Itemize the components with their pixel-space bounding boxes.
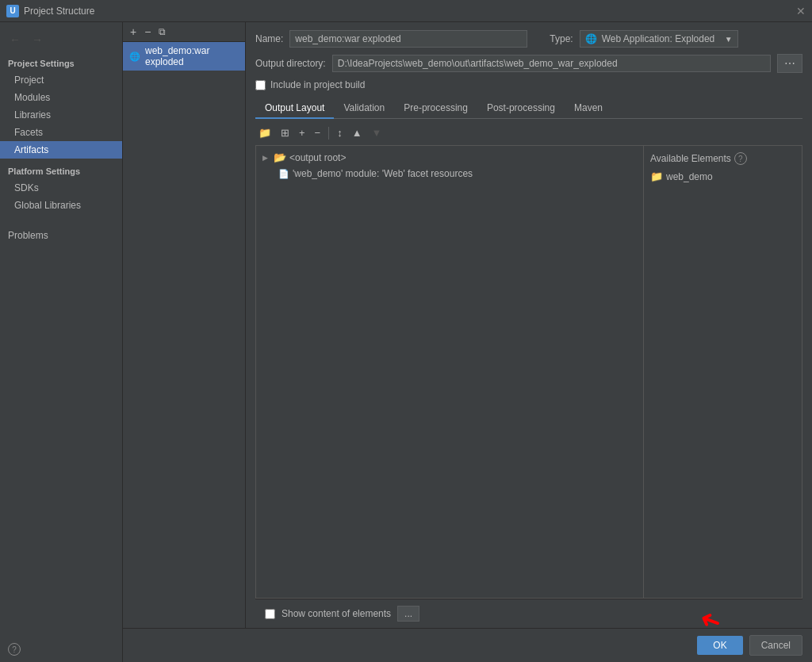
available-item-label: web_demo bbox=[666, 171, 713, 182]
layout-btn-sort[interactable]: ↕ bbox=[334, 125, 346, 140]
layout-toolbar: 📁 ⊞ + − ↕ ▲ ▼ bbox=[255, 125, 802, 140]
project-settings-header: Project Settings bbox=[0, 54, 122, 71]
layout-btn-add[interactable]: + bbox=[296, 125, 308, 140]
name-input[interactable] bbox=[289, 30, 527, 48]
bottom-bar: Show content of elements ... bbox=[255, 599, 802, 628]
tab-pre-processing[interactable]: Pre-processing bbox=[394, 98, 477, 119]
output-root-label: <output root> bbox=[289, 152, 346, 163]
tab-output-layout[interactable]: Output Layout bbox=[255, 98, 334, 119]
output-root-icon: 📂 bbox=[274, 151, 286, 163]
sidebar-item-global-libraries[interactable]: Global Libraries bbox=[0, 197, 122, 214]
type-dropdown-icon: 🌐 bbox=[585, 33, 597, 44]
artifact-list-panel: + − ⧉ 🌐 web_demo:war exploded bbox=[123, 22, 246, 628]
include-build-label[interactable]: Include in project build bbox=[270, 79, 365, 90]
tree-item-output-root[interactable]: ▶ 📂 <output root> bbox=[256, 149, 643, 166]
sidebar-item-problems[interactable]: Problems bbox=[0, 227, 122, 244]
available-elements-help-icon[interactable]: ? bbox=[734, 152, 747, 165]
artifact-content-area: Name: Type: 🌐 Web Application: Exploded … bbox=[246, 22, 812, 628]
title-bar: U Project Structure ✕ bbox=[0, 0, 812, 22]
ok-button[interactable]: OK bbox=[697, 636, 742, 655]
forward-button[interactable]: → bbox=[29, 32, 46, 48]
back-button[interactable]: ← bbox=[6, 32, 24, 48]
type-dropdown-value: Web Application: Exploded bbox=[602, 33, 715, 44]
remove-artifact-button[interactable]: − bbox=[142, 25, 153, 38]
include-build-row: Include in project build bbox=[255, 79, 802, 90]
artifact-list-item[interactable]: 🌐 web_demo:war exploded bbox=[123, 42, 245, 71]
layout-btn-remove[interactable]: − bbox=[312, 125, 324, 140]
layout-split: ▶ 📂 <output root> 📄 'web_demo' module: '… bbox=[255, 145, 802, 599]
output-dir-label: Output directory: bbox=[255, 58, 326, 69]
cancel-button[interactable]: Cancel bbox=[749, 635, 802, 656]
type-label: Type: bbox=[550, 33, 573, 44]
tab-validation[interactable]: Validation bbox=[334, 98, 394, 119]
type-dropdown-arrow-icon: ▼ bbox=[725, 35, 733, 44]
available-elements-label: Available Elements bbox=[650, 153, 731, 164]
name-type-row: Name: Type: 🌐 Web Application: Exploded … bbox=[255, 30, 802, 48]
artifact-list-toolbar: + − ⧉ bbox=[123, 22, 245, 42]
show-content-checkbox[interactable] bbox=[265, 609, 275, 619]
sidebar-item-artifacts[interactable]: Artifacts bbox=[0, 141, 122, 159]
web-module-icon: 📄 bbox=[278, 169, 289, 179]
ellipsis-button[interactable]: ... bbox=[397, 606, 419, 622]
copy-artifact-button[interactable]: ⧉ bbox=[156, 26, 168, 37]
available-folder-icon: 📁 bbox=[650, 170, 663, 182]
close-button[interactable]: ✕ bbox=[796, 5, 806, 17]
include-build-checkbox[interactable] bbox=[255, 80, 266, 90]
sidebar-item-libraries[interactable]: Libraries bbox=[0, 106, 122, 124]
nav-toolbar: ← → bbox=[0, 29, 122, 54]
available-elements-panel: Available Elements ? 📁 web_demo bbox=[644, 145, 802, 599]
add-artifact-button[interactable]: + bbox=[128, 25, 139, 38]
artifact-list-item-label: web_demo:war exploded bbox=[145, 45, 239, 67]
layout-separator bbox=[328, 127, 329, 140]
window-title: Project Structure bbox=[24, 6, 94, 17]
sidebar-item-modules[interactable]: Modules bbox=[0, 89, 122, 106]
name-label: Name: bbox=[255, 33, 283, 44]
available-elements-header: Available Elements ? bbox=[644, 149, 802, 168]
tabs-row: Output Layout Validation Pre-processing … bbox=[255, 98, 802, 119]
tree-item-web-module[interactable]: 📄 'web_demo' module: 'Web' facet resourc… bbox=[256, 166, 643, 182]
tab-post-processing[interactable]: Post-processing bbox=[477, 98, 565, 119]
output-dir-browse-button[interactable]: ⋯ bbox=[777, 54, 802, 73]
dialog-footer: OK Cancel bbox=[123, 628, 812, 662]
layout-btn-folder[interactable]: 📁 bbox=[255, 125, 274, 140]
layout-btn-down[interactable]: ▼ bbox=[369, 125, 385, 140]
web-module-label: 'web_demo' module: 'Web' facet resources bbox=[293, 168, 473, 179]
sidebar-item-facets[interactable]: Facets bbox=[0, 124, 122, 141]
sidebar: ← → Project Settings Project Modules Lib… bbox=[0, 22, 123, 662]
output-root-arrow-icon: ▶ bbox=[262, 154, 270, 162]
app-icon: U bbox=[6, 5, 19, 17]
show-content-label[interactable]: Show content of elements bbox=[282, 608, 391, 619]
tab-maven[interactable]: Maven bbox=[565, 98, 612, 119]
platform-settings-header: Platform Settings bbox=[0, 162, 122, 179]
help-icon[interactable]: ? bbox=[8, 643, 21, 656]
artifact-war-icon: 🌐 bbox=[129, 52, 140, 62]
layout-btn-layout[interactable]: ⊞ bbox=[278, 125, 293, 140]
output-dir-row: Output directory: ⋯ bbox=[255, 54, 802, 73]
sidebar-item-project[interactable]: Project bbox=[0, 71, 122, 89]
output-layout-tree[interactable]: ▶ 📂 <output root> 📄 'web_demo' module: '… bbox=[255, 145, 644, 599]
available-item-web-demo[interactable]: 📁 web_demo bbox=[644, 168, 802, 185]
sidebar-item-sdks[interactable]: SDKs bbox=[0, 179, 122, 197]
type-dropdown[interactable]: 🌐 Web Application: Exploded ▼ bbox=[580, 30, 738, 48]
layout-btn-up[interactable]: ▲ bbox=[349, 125, 366, 140]
output-dir-input[interactable] bbox=[332, 55, 771, 72]
